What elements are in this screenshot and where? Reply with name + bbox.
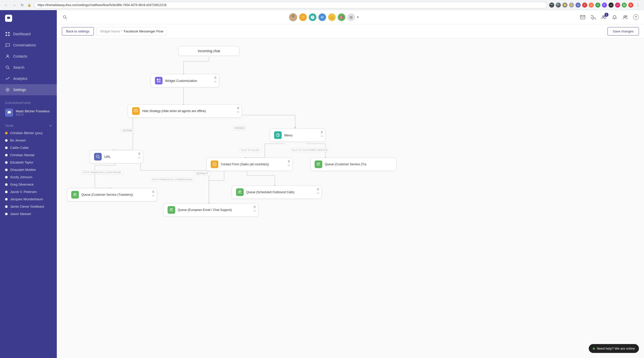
browser-back[interactable]: ←	[3, 2, 9, 8]
queue-european-edit[interactable]: ✏	[253, 209, 257, 213]
topbar-target-icon[interactable]: 🎯	[338, 13, 345, 21]
node-incoming-chat[interactable]: Incoming chat	[178, 46, 239, 56]
help-widget[interactable]: Need help? We are online	[589, 344, 639, 353]
sidebar-item-search[interactable]: Search	[0, 62, 57, 73]
team-member-3[interactable]: Christian Neistat	[0, 151, 57, 159]
widget-customization-icon	[155, 77, 163, 84]
save-changes-button[interactable]: Save changes	[607, 27, 639, 35]
menu-delete[interactable]: 🗑	[320, 130, 324, 134]
team-member-9[interactable]: Jacques Wunderbaum	[0, 195, 57, 203]
topbar-smile-icon[interactable]: 😊	[328, 13, 336, 21]
sidebar-item-contacts[interactable]: Contacts	[0, 51, 57, 62]
browser-menu[interactable]: ⋮	[635, 2, 641, 8]
team-member-4[interactable]: Elizabeth Taylor	[0, 159, 57, 166]
topbar-users-icon[interactable]: 1	[600, 13, 608, 21]
hide-strategy-edit[interactable]: ✏	[237, 110, 240, 114]
team-member-1[interactable]: Bo Jensen	[0, 137, 57, 144]
node-url[interactable]: URL 🗑 ✏	[90, 150, 143, 163]
topbar-clock-icon[interactable]: 🕐	[309, 13, 316, 21]
widget-customization-edit[interactable]: ✏	[214, 80, 217, 83]
team-member-name-0: Christian Blicher (you)	[10, 131, 43, 135]
url-edit[interactable]: ✏	[138, 156, 141, 159]
hide-strategy-delete[interactable]: 🗑	[237, 106, 240, 110]
topbar-search-button[interactable]	[61, 13, 69, 21]
topbar-grid-icon[interactable]: ⊞	[347, 13, 355, 21]
sidebar-nav: Dashboard Conversations Contacts Search	[0, 26, 57, 97]
ext-icon-1[interactable]: 📷	[549, 3, 554, 8]
queue-scheduled-delete[interactable]: 🗑	[316, 187, 320, 191]
queue-scheduled-edit[interactable]: ✏	[316, 191, 320, 195]
svg-point-46	[172, 208, 173, 209]
ext-icon-9[interactable]: P	[602, 3, 607, 8]
sidebar-item-dashboard[interactable]: Dashboard	[0, 28, 57, 40]
ext-icon-3[interactable]: ⭐	[562, 3, 567, 8]
queue-cst-edit[interactable]: ✏	[152, 194, 155, 198]
status-dot-10	[5, 205, 8, 208]
browser-forward[interactable]: →	[11, 2, 17, 8]
team-member-11[interactable]: Jason Stewart	[0, 210, 57, 218]
url-delete[interactable]: 🗑	[138, 152, 141, 155]
topbar-bell-icon[interactable]	[611, 13, 619, 21]
team-header: Team +	[0, 122, 57, 129]
topbar-team-icon[interactable]	[621, 13, 629, 21]
sidebar-item-settings[interactable]: Settings	[0, 84, 57, 95]
sidebar-item-dashboard-label: Dashboard	[13, 32, 31, 36]
team-member-name-2: Caitlin Caller	[10, 146, 29, 150]
topbar-status-icon[interactable]: ⏱	[299, 13, 307, 21]
node-menu[interactable]: Menu 🗑 ✏	[270, 129, 326, 142]
topbar-chevron[interactable]: ▾	[357, 15, 359, 19]
contact-form-delete[interactable]: 🗑	[287, 159, 291, 163]
topbar-email-icon[interactable]	[579, 13, 587, 21]
team-member-2[interactable]: Caitlin Caller	[0, 144, 57, 151]
ext-icon-2[interactable]: 🔍	[556, 3, 561, 8]
node-queue-european[interactable]: Queue (European Email / Chat Support) 🗑 …	[163, 203, 258, 217]
sidebar-item-search-label: Search	[13, 65, 24, 69]
queue-cst-icon	[71, 191, 79, 199]
ext-icon-6[interactable]: P	[582, 3, 587, 8]
ext-icon-4[interactable]: ⚡	[569, 3, 574, 8]
node-queue-scheduled[interactable]: Queue (Scheduled Outbound Calls) 🗑 ✏	[232, 186, 322, 199]
browser-url-input[interactable]	[34, 2, 547, 8]
ext-icon-11[interactable]: D	[615, 3, 620, 8]
topbar-phone-icon[interactable]	[589, 13, 597, 21]
topbar-help-icon[interactable]: ?	[632, 13, 640, 21]
ext-icon-13[interactable]: M	[628, 3, 633, 8]
ext-icon-10[interactable]: 14	[609, 3, 614, 8]
node-queue-cstra[interactable]: Queue (Customer Service (Tra	[310, 158, 397, 171]
svg-rect-36	[213, 163, 216, 166]
team-member-7[interactable]: Greg Silverneck	[0, 181, 57, 188]
back-to-settings-button[interactable]: Back to settings	[62, 27, 94, 35]
ext-icon-7[interactable]: G	[589, 3, 594, 8]
ext-icon-5[interactable]: N	[576, 3, 581, 8]
node-hide-strategy[interactable]: Hide Strategy (Hide when all agents are …	[128, 104, 242, 118]
svg-point-42	[319, 163, 320, 164]
sidebar-item-conversations[interactable]: Conversations	[0, 40, 57, 51]
team-member-0[interactable]: Christian Blicher (you)	[0, 129, 57, 137]
status-dot-11	[5, 213, 8, 215]
topbar-mail-icon[interactable]: ✉	[318, 13, 326, 21]
team-member-8[interactable]: Jacob V. Petersen	[0, 188, 57, 195]
queue-european-actions: 🗑 ✏	[253, 205, 257, 213]
team-member-6[interactable]: Goofy Johnson	[0, 173, 57, 181]
team-member-5[interactable]: Ghazaleh Mobkie	[0, 166, 57, 173]
node-widget-customization[interactable]: Widget Customization 🗑 ✏	[151, 74, 219, 87]
queue-cst-delete[interactable]: 🗑	[152, 190, 155, 193]
node-queue-cst[interactable]: Queue (Customer Service (Travelers)) 🗑 ✏	[67, 188, 157, 201]
browser-refresh[interactable]: ↻	[19, 2, 25, 8]
topbar-center: ⏱ 🕐 ✉ 😊 🎯 ⊞ ▾	[71, 13, 576, 21]
widget-name-label: Widget Name *	[100, 29, 122, 33]
contact-form-edit[interactable]: ✏	[287, 164, 291, 167]
widget-customization-delete[interactable]: 🗑	[214, 76, 217, 79]
ext-icon-12[interactable]: M	[622, 3, 627, 8]
queue-european-delete[interactable]: 🗑	[253, 205, 257, 209]
sidebar-item-analytics[interactable]: Analytics	[0, 73, 57, 84]
menu-edit[interactable]: ✏	[320, 134, 324, 138]
team-add-button[interactable]: +	[49, 124, 52, 128]
node-contact-form[interactable]: Contact Form (Sales (all countries)) 🗑 ✏	[206, 158, 293, 171]
active-conversation[interactable]: Mads Blicher Fosselius #3174	[0, 106, 57, 119]
flow-canvas[interactable]: Incoming chat Widget Customization 🗑 ✏ H…	[57, 39, 644, 358]
help-text: Need help? We are online	[597, 347, 635, 350]
ext-icon-8[interactable]: G	[595, 3, 600, 8]
svg-rect-0	[6, 32, 7, 33]
team-member-10[interactable]: Jamie Clever Goldback	[0, 203, 57, 210]
